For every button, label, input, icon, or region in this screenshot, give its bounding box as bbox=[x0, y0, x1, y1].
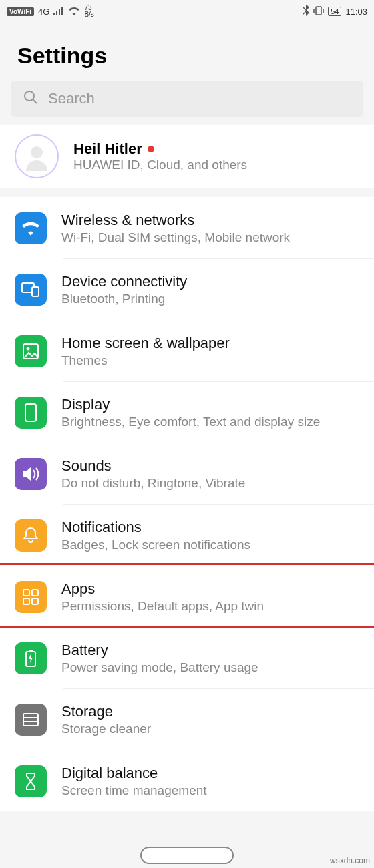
battery-icon bbox=[15, 642, 47, 674]
account-name: Heil Hitler bbox=[73, 140, 247, 158]
row-sub: Storage cleaner bbox=[61, 722, 359, 736]
row-sub: Brightness, Eye comfort, Text and displa… bbox=[61, 415, 359, 429]
network-type: 4G bbox=[38, 7, 49, 17]
svg-rect-11 bbox=[23, 598, 29, 604]
watermark: wsxdn.com bbox=[330, 856, 370, 865]
search-input[interactable] bbox=[48, 90, 351, 107]
row-title: Sounds bbox=[61, 457, 359, 475]
row-battery[interactable]: Battery Power saving mode, Battery usage bbox=[0, 627, 374, 688]
row-wireless[interactable]: Wireless & networks Wi-Fi, Dual SIM sett… bbox=[0, 197, 374, 258]
svg-point-3 bbox=[31, 146, 43, 158]
battery-indicator: 54 bbox=[328, 7, 341, 16]
svg-rect-10 bbox=[32, 590, 38, 596]
bell-icon bbox=[15, 519, 47, 552]
row-sub: Wi-Fi, Dual SIM settings, Mobile network bbox=[61, 230, 359, 245]
row-display[interactable]: Display Brightness, Eye comfort, Text an… bbox=[0, 381, 374, 443]
account-row[interactable]: Heil Hitler HUAWEI ID, Cloud, and others bbox=[0, 125, 374, 188]
alert-dot-icon bbox=[148, 146, 154, 152]
storage-icon bbox=[15, 704, 47, 736]
account-sub: HUAWEI ID, Cloud, and others bbox=[73, 158, 247, 172]
status-bar: VoWiFi 4G 73 B/s 54 11:03 bbox=[0, 0, 374, 23]
wallpaper-icon bbox=[15, 335, 47, 367]
row-title: Storage bbox=[61, 703, 359, 720]
row-sub: Power saving mode, Battery usage bbox=[61, 660, 359, 675]
row-title: Device connectivity bbox=[61, 273, 359, 290]
svg-rect-14 bbox=[29, 650, 33, 652]
row-sub: Bluetooth, Printing bbox=[61, 292, 359, 306]
svg-rect-15 bbox=[23, 714, 38, 726]
search-icon bbox=[23, 89, 39, 108]
signal-icon bbox=[53, 7, 64, 17]
svg-rect-8 bbox=[25, 404, 36, 421]
row-apps[interactable]: Apps Permissions, Default apps, App twin bbox=[0, 566, 374, 627]
display-icon bbox=[15, 397, 47, 429]
clock: 11:03 bbox=[345, 7, 367, 17]
row-title: Apps bbox=[61, 580, 359, 598]
row-storage[interactable]: Storage Storage cleaner bbox=[0, 688, 374, 750]
avatar bbox=[15, 134, 59, 178]
bluetooth-icon bbox=[303, 5, 309, 18]
net-speed-unit: B/s bbox=[84, 11, 94, 18]
row-title: Home screen & wallpaper bbox=[61, 335, 359, 352]
page-title: Settings bbox=[0, 23, 374, 81]
search-field[interactable] bbox=[11, 81, 363, 117]
row-device[interactable]: Device connectivity Bluetooth, Printing bbox=[0, 258, 374, 320]
nav-pill[interactable] bbox=[140, 847, 234, 864]
svg-rect-12 bbox=[32, 598, 38, 604]
row-sub: Do not disturb, Ringtone, Vibrate bbox=[61, 476, 359, 491]
svg-rect-5 bbox=[32, 287, 39, 296]
svg-point-1 bbox=[25, 91, 34, 101]
svg-rect-0 bbox=[316, 7, 321, 15]
row-title: Digital balance bbox=[61, 765, 359, 782]
row-sub: Badges, Lock screen notifications bbox=[61, 537, 359, 552]
row-sounds[interactable]: Sounds Do not disturb, Ringtone, Vibrate bbox=[0, 443, 374, 504]
row-notifications[interactable]: Notifications Badges, Lock screen notifi… bbox=[0, 504, 374, 566]
wifi-icon bbox=[68, 6, 80, 17]
svg-rect-9 bbox=[23, 590, 29, 596]
sound-icon bbox=[15, 458, 47, 490]
wifi-icon bbox=[15, 212, 47, 244]
row-digital[interactable]: Digital balance Screen time management bbox=[0, 750, 374, 811]
row-sub: Themes bbox=[61, 353, 359, 368]
row-sub: Screen time management bbox=[61, 783, 359, 798]
svg-point-7 bbox=[27, 347, 30, 351]
vowifi-indicator: VoWiFi bbox=[7, 7, 34, 16]
row-home[interactable]: Home screen & wallpaper Themes bbox=[0, 320, 374, 381]
row-title: Notifications bbox=[61, 519, 359, 536]
row-title: Battery bbox=[61, 642, 359, 659]
apps-icon bbox=[15, 581, 47, 613]
svg-line-2 bbox=[33, 99, 37, 103]
row-title: Display bbox=[61, 396, 359, 413]
row-sub: Permissions, Default apps, App twin bbox=[61, 599, 359, 614]
hourglass-icon bbox=[15, 765, 47, 797]
row-title: Wireless & networks bbox=[61, 212, 359, 229]
vibrate-icon bbox=[313, 6, 324, 17]
devices-icon bbox=[15, 274, 47, 306]
settings-list: Wireless & networks Wi-Fi, Dual SIM sett… bbox=[0, 197, 374, 811]
